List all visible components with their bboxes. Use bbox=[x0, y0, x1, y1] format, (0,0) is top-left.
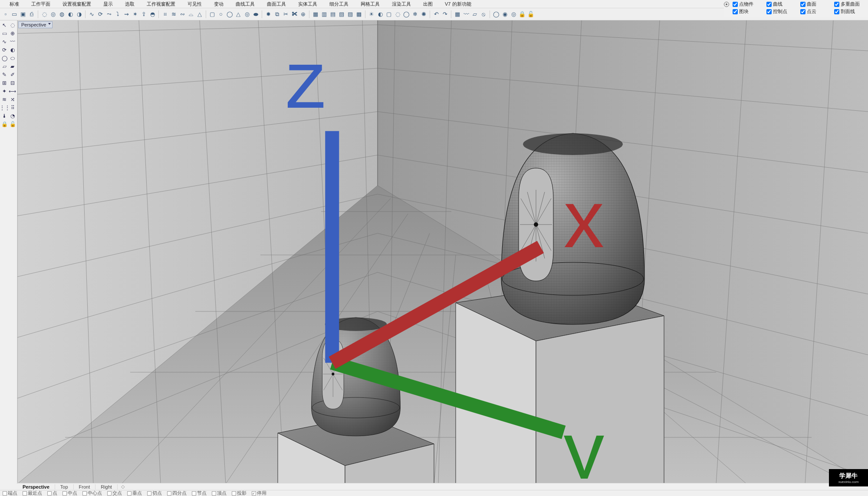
sidetool-edit2-icon[interactable]: ✐ bbox=[9, 71, 16, 78]
tool-revolve-icon[interactable]: ⟳ bbox=[96, 10, 104, 19]
tool-taper-icon[interactable]: △ bbox=[196, 10, 204, 19]
sidetool-curve1-icon[interactable]: ∿ bbox=[1, 38, 8, 45]
tool-trim-icon[interactable]: ✀ bbox=[290, 10, 298, 19]
tool-sphere-icon[interactable]: ○ bbox=[217, 10, 225, 19]
tool-dmesh-icon[interactable]: ▦ bbox=[454, 10, 461, 19]
menu-item[interactable]: 工作视窗配置 bbox=[141, 1, 181, 7]
tool-pipe-icon[interactable]: ⬬ bbox=[252, 10, 260, 19]
tool-wire-icon[interactable]: ▢ bbox=[385, 10, 393, 19]
tool-sweep2-icon[interactable]: ⤵ bbox=[114, 10, 122, 19]
filter-lead-icon[interactable] bbox=[724, 2, 729, 7]
viewport-tab-perspective[interactable]: Perspective bbox=[17, 484, 55, 489]
tool-ghost-icon[interactable]: ◯ bbox=[402, 10, 410, 19]
sidetool-temp-icon[interactable]: 🌡 bbox=[1, 112, 8, 119]
viewport-tab-front[interactable]: Front bbox=[74, 484, 96, 489]
tool-mesh2-icon[interactable]: ▥ bbox=[320, 10, 328, 19]
tool-arctic-icon[interactable]: ❄ bbox=[411, 10, 419, 19]
sidetool-edit1-icon[interactable]: ✎ bbox=[1, 71, 8, 78]
sidetool-analyze-icon[interactable]: ✦ bbox=[1, 87, 8, 95]
tool-sweep1-icon[interactable]: ⤳ bbox=[105, 10, 113, 19]
tool-lock-icon[interactable]: 🔒 bbox=[518, 10, 526, 19]
tool-shade-icon[interactable]: ◐ bbox=[376, 10, 384, 19]
tool-cone-icon[interactable]: △ bbox=[234, 10, 242, 19]
tool-twist-icon[interactable]: ∾ bbox=[178, 10, 186, 19]
tool-cplane-w-icon[interactable]: ◍ bbox=[58, 10, 66, 19]
sidetool-dots-icon[interactable]: ⠿ bbox=[9, 104, 16, 111]
menu-item[interactable]: 渲染工具 bbox=[386, 1, 417, 7]
tool-mesh6-icon[interactable]: ▩ bbox=[355, 10, 363, 19]
sidetool-lasso-icon[interactable]: ◌ bbox=[9, 21, 16, 29]
tool-iso-icon[interactable]: ◎ bbox=[510, 10, 517, 19]
sidetool-surf1-icon[interactable]: ▱ bbox=[1, 63, 8, 70]
tool-boolean-icon[interactable]: ⊕ bbox=[299, 10, 307, 19]
menu-item[interactable]: V7 的新功能 bbox=[439, 1, 477, 7]
sidetool-boolA-icon[interactable]: ⊞ bbox=[1, 79, 8, 86]
tool-new-icon[interactable]: ▫ bbox=[2, 10, 10, 19]
menu-item[interactable]: 网格工具 bbox=[355, 1, 386, 7]
viewport-tab-right[interactable]: Right bbox=[95, 484, 118, 489]
sidetool-dim-icon[interactable]: ⟷ bbox=[9, 87, 16, 95]
sidetool-curve2-icon[interactable]: 〰 bbox=[9, 38, 16, 45]
menu-item[interactable]: 显示 bbox=[97, 1, 119, 7]
sidetool-morph-icon[interactable]: ⤨ bbox=[9, 96, 16, 103]
tool-mesh3-icon[interactable]: ▤ bbox=[329, 10, 337, 19]
filter-hatch[interactable]: 剖面线 bbox=[834, 8, 868, 15]
menu-item[interactable]: 出图 bbox=[417, 1, 439, 7]
tool-cplane-o-icon[interactable]: ◌ bbox=[40, 10, 48, 19]
filter-points[interactable]: 点物件 bbox=[733, 1, 766, 7]
tool-dcurve-icon[interactable]: 〰 bbox=[462, 10, 470, 19]
tool-cap-icon[interactable]: ◓ bbox=[148, 10, 156, 19]
osnap-点[interactable]: 点 bbox=[45, 490, 60, 496]
tool-print-icon[interactable]: ⎙ bbox=[28, 10, 36, 19]
filter-ctrlpts[interactable]: 控制点 bbox=[766, 8, 800, 15]
tool-network-icon[interactable]: ✶ bbox=[131, 10, 139, 19]
osnap-切点[interactable]: 切点 bbox=[145, 490, 164, 496]
tool-split-icon[interactable]: ✂ bbox=[282, 10, 289, 19]
sidetool-flow-icon[interactable]: ≋ bbox=[1, 96, 8, 103]
filter-pointcloud[interactable]: 点云 bbox=[800, 8, 834, 15]
tool-mesh5-icon[interactable]: ▨ bbox=[346, 10, 354, 19]
sidetool-unlock-icon[interactable]: 🔓 bbox=[9, 120, 16, 128]
sidetool-lathe-icon[interactable]: ◐ bbox=[9, 46, 16, 53]
tool-join-icon[interactable]: ⧉ bbox=[273, 10, 281, 19]
filter-polysrf[interactable]: 多重曲面 bbox=[834, 1, 868, 7]
sidetool-revolve-icon[interactable]: ⟳ bbox=[1, 46, 8, 53]
menu-item[interactable]: 可见性 bbox=[181, 1, 208, 7]
osnap-中心点[interactable]: 中心点 bbox=[80, 490, 105, 496]
menu-item[interactable]: 设置视窗配置 bbox=[56, 1, 97, 7]
osnap-交点[interactable]: 交点 bbox=[105, 490, 125, 496]
menu-item[interactable]: 变动 bbox=[208, 1, 230, 7]
tool-box-icon[interactable]: ▢ bbox=[208, 10, 216, 19]
menu-item[interactable]: 标准 bbox=[3, 1, 25, 7]
tool-rail-icon[interactable]: ⇝ bbox=[122, 10, 130, 19]
tool-undo-icon[interactable]: ↶ bbox=[432, 10, 440, 19]
menu-item[interactable]: 曲线工具 bbox=[230, 1, 261, 7]
osnap-节点[interactable]: 节点 bbox=[189, 490, 209, 496]
sidetool-gauge-icon[interactable]: ◔ bbox=[9, 112, 16, 119]
tool-dnone-icon[interactable]: ⦸ bbox=[480, 10, 487, 19]
tool-explode-icon[interactable]: ✸ bbox=[264, 10, 272, 19]
viewport-tab-top[interactable]: Top bbox=[55, 484, 74, 489]
tool-cage-icon[interactable]: ⌗ bbox=[161, 10, 169, 19]
tool-xray-icon[interactable]: ◌ bbox=[394, 10, 401, 19]
tool-unlock-icon[interactable]: 🔓 bbox=[527, 10, 535, 19]
tool-torus-icon[interactable]: ◎ bbox=[243, 10, 251, 19]
menu-item[interactable]: 选取 bbox=[119, 1, 141, 7]
sidetool-boolB-icon[interactable]: ⊟ bbox=[9, 79, 16, 86]
add-viewport-icon[interactable]: ◇ bbox=[118, 484, 128, 489]
menu-item[interactable]: 曲面工具 bbox=[261, 1, 292, 7]
tool-redo-icon[interactable]: ↷ bbox=[441, 10, 449, 19]
osnap-顶点[interactable]: 顶点 bbox=[209, 490, 229, 496]
tool-flow-icon[interactable]: ≋ bbox=[170, 10, 178, 19]
menu-item[interactable]: 工作平面 bbox=[25, 1, 56, 7]
tool-cplane-x-icon[interactable]: ◎ bbox=[49, 10, 57, 19]
filter-blocks[interactable]: 图块 bbox=[733, 8, 766, 15]
sidetool-array-icon[interactable]: ⋮⋮ bbox=[1, 104, 8, 111]
tool-mesh4-icon[interactable]: ▧ bbox=[338, 10, 345, 19]
tool-dpoly-icon[interactable]: ▱ bbox=[471, 10, 479, 19]
osnap-四分点[interactable]: 四分点 bbox=[164, 490, 189, 496]
tool-extrude-icon[interactable]: ⇪ bbox=[140, 10, 148, 19]
sidetool-pill-icon[interactable]: ⬭ bbox=[9, 54, 16, 62]
tool-cplane-p-icon[interactable]: ◑ bbox=[75, 10, 83, 19]
menu-item[interactable]: 细分工具 bbox=[323, 1, 355, 7]
